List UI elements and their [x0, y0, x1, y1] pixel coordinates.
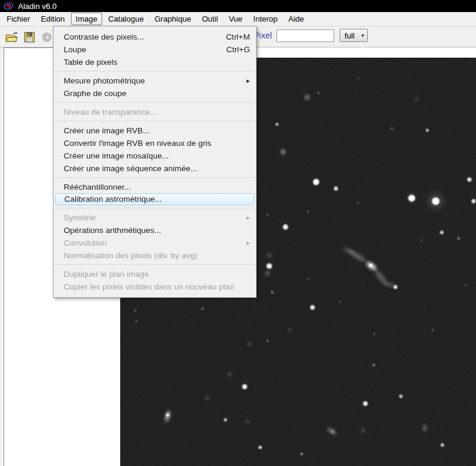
menu-item-symetrie: Symétrie▶ [53, 211, 256, 224]
menu-item-label: Graphe de coupe [64, 88, 126, 100]
aladin-logo-icon [4, 2, 13, 10]
menu-separator [54, 121, 255, 121]
menubar-item-edition[interactable]: Edition [36, 13, 70, 25]
menu-separator [54, 177, 255, 178]
menu-separator [54, 208, 255, 208]
menu-item-label: Table de pixels [64, 56, 117, 68]
menubar-item-graphique[interactable]: Graphique [150, 13, 196, 25]
menubar-item-catalogue[interactable]: Catalogue [103, 13, 148, 25]
pixel-input[interactable] [276, 29, 334, 42]
menu-item-label: Loupe [64, 44, 87, 56]
save-button[interactable] [22, 31, 37, 44]
menu-item-label: Copier les pixels visibles dans un nouve… [64, 281, 234, 293]
menu-item-label: Convolution [64, 237, 106, 249]
menu-item-shortcut: Ctrl+G [227, 44, 250, 56]
back-button[interactable] [40, 31, 54, 44]
menu-item-creer-une-image-mosaique[interactable]: Créer une image mosaïque... [53, 150, 256, 162]
menu-item-label: Convertir l'image RVB en niveaux de gris [64, 138, 211, 150]
menu-item-dupliquer-le-plan-image: Dupliquer le plan image [53, 268, 256, 280]
pixel-range-value: full [344, 31, 355, 40]
submenu-arrow-icon: ▶ [246, 238, 250, 249]
menu-separator [54, 71, 255, 71]
menu-item-niveau-de-transparence: Niveau de transparence... [53, 106, 256, 118]
menu-item-label: Normalisation des pixels (div. by avg) [64, 250, 198, 262]
menu-item-operations-arithmetiques[interactable]: Opérations arithmétiques... [53, 224, 256, 237]
menu-item-label: Dupliquer le plan image [64, 268, 149, 280]
menubar-item-interop[interactable]: Interop [248, 13, 282, 25]
menu-item-calibration-astrometrique[interactable]: Calibration astrométrique... [55, 193, 254, 205]
menu-separator [54, 264, 255, 265]
menu-item-label: Créer une image RVB... [64, 125, 150, 137]
menubar-item-image[interactable]: Image [71, 13, 102, 25]
menu-item-copier-les-pixels-visibles: Copier les pixels visibles dans un nouve… [53, 280, 256, 293]
menu-item-label: Mesure photométrique [64, 75, 145, 87]
menu-item-label: Créer une image séquence animée... [64, 163, 197, 175]
title-bar: Aladin v6.0 [0, 0, 476, 12]
pixel-controls: Pixel full ▼ [254, 29, 368, 42]
menubar-item-vue[interactable]: Vue [224, 13, 248, 25]
menu-item-reechantillonner[interactable]: Rééchantillonner... [53, 181, 256, 193]
menu-item-label: Niveau de transparence... [64, 106, 157, 118]
menu-item-convertir-image-rvb-en-niveaux-de-gris[interactable]: Convertir l'image RVB en niveaux de gris [53, 137, 256, 150]
chevron-down-icon: ▼ [360, 33, 365, 38]
menu-item-contraste-des-pixels[interactable]: Contraste des pixels...Ctrl+M [53, 31, 256, 43]
menu-item-table-de-pixels[interactable]: Table de pixels [53, 56, 256, 68]
open-folder-icon [5, 32, 19, 43]
submenu-arrow-icon: ▶ [246, 76, 250, 86]
menu-item-label: Rééchantillonner... [64, 181, 131, 193]
menu-item-loupe[interactable]: LoupeCtrl+G [53, 43, 256, 56]
menubar-item-aide[interactable]: Aide [284, 13, 309, 25]
image-menu-dropdown: Contraste des pixels...Ctrl+MLoupeCtrl+G… [53, 26, 257, 298]
submenu-arrow-icon: ▶ [246, 213, 250, 223]
window-title: Aladin v6.0 [18, 2, 56, 11]
menu-item-label: Contraste des pixels... [64, 31, 144, 43]
pixel-range-select[interactable]: full ▼ [340, 29, 368, 42]
menu-item-label: Symétrie [64, 212, 96, 224]
menubar-item-outil[interactable]: Outil [197, 13, 223, 25]
menubar-item-fichier[interactable]: Fichier [2, 13, 35, 25]
open-file-button[interactable] [5, 31, 19, 44]
menu-item-label: Calibration astrométrique... [64, 194, 162, 205]
menu-item-label: Créer une image mosaïque... [64, 150, 169, 162]
menu-item-creer-une-image-sequence-animee[interactable]: Créer une image séquence animée... [53, 162, 256, 175]
back-arrow-icon [41, 32, 52, 43]
menu-item-creer-une-image-rvb[interactable]: Créer une image RVB... [53, 124, 256, 137]
menu-item-label: Opérations arithmétiques... [64, 225, 161, 237]
menu-item-shortcut: Ctrl+M [226, 31, 250, 43]
save-floppy-icon [24, 32, 35, 43]
menu-item-graphe-de-coupe[interactable]: Graphe de coupe [53, 87, 256, 100]
menu-separator [54, 102, 255, 103]
menu-item-mesure-photometrique[interactable]: Mesure photométrique▶ [53, 74, 256, 87]
menu-bar: FichierEditionImageCatalogueGraphiqueOut… [0, 12, 476, 26]
menu-item-convolution: Convolution▶ [53, 237, 256, 249]
menu-item-normalisation-des-pixels: Normalisation des pixels (div. by avg) [53, 249, 256, 262]
